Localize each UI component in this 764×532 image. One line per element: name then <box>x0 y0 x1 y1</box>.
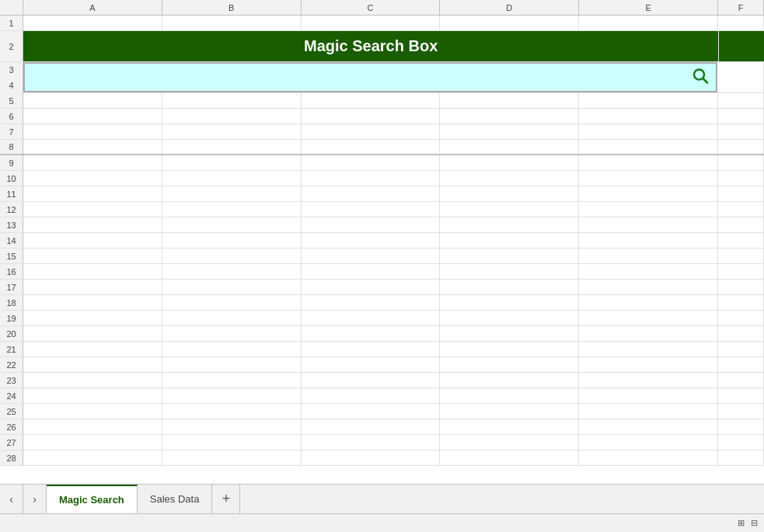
grid-cell[interactable] <box>162 342 302 356</box>
grid-cell[interactable] <box>579 217 718 232</box>
grid-cell[interactable] <box>440 404 579 419</box>
grid-cell[interactable] <box>162 295 302 310</box>
grid-cell[interactable] <box>23 217 162 232</box>
grid-cell[interactable] <box>302 357 441 372</box>
grid-cell[interactable] <box>162 249 302 263</box>
grid-cell[interactable] <box>440 326 579 341</box>
tab-prev-button[interactable]: ‹ <box>0 485 23 513</box>
grid-cell[interactable] <box>440 295 579 310</box>
grid-cell[interactable] <box>302 155 441 170</box>
grid-cell[interactable] <box>23 93 162 108</box>
grid-cell[interactable] <box>579 16 718 30</box>
grid-cell[interactable] <box>440 311 579 325</box>
grid-cell[interactable] <box>23 419 162 434</box>
grid-cell[interactable] <box>440 435 579 450</box>
grid-cell[interactable] <box>718 342 764 356</box>
grid-cell[interactable] <box>302 342 441 356</box>
grid-cell[interactable] <box>162 16 302 30</box>
grid-cell[interactable] <box>718 202 764 217</box>
grid-cell[interactable] <box>23 388 162 403</box>
grid-cell[interactable] <box>718 404 764 419</box>
search-icon[interactable] <box>691 66 710 89</box>
grid-cell[interactable] <box>718 186 764 201</box>
grid-cell[interactable] <box>23 357 162 372</box>
grid-cell[interactable] <box>579 404 718 419</box>
grid-cell[interactable] <box>579 435 718 450</box>
grid-cell[interactable] <box>23 202 162 217</box>
grid-cell[interactable] <box>162 326 302 341</box>
grid-cell[interactable] <box>440 16 579 30</box>
grid-cell[interactable] <box>579 280 718 294</box>
grid-cell[interactable] <box>162 202 302 217</box>
grid-cell[interactable] <box>302 124 441 139</box>
grid-cell[interactable] <box>23 280 162 294</box>
grid-cell[interactable] <box>23 404 162 419</box>
grid-cell[interactable] <box>302 16 441 30</box>
grid-cell[interactable] <box>302 311 441 325</box>
tab-sales-data[interactable]: Sales Data <box>138 485 213 513</box>
grid-cell[interactable] <box>440 233 579 248</box>
grid-cell[interactable] <box>23 435 162 450</box>
grid-cell[interactable] <box>718 264 764 279</box>
search-input[interactable] <box>25 64 716 91</box>
grid-cell[interactable] <box>440 388 579 403</box>
grid-cell[interactable] <box>718 140 764 154</box>
grid-cell[interactable] <box>162 186 302 201</box>
grid-cell[interactable] <box>718 357 764 372</box>
grid-cell[interactable] <box>718 419 764 434</box>
grid-cell[interactable] <box>718 249 764 263</box>
grid-cell[interactable] <box>718 450 764 465</box>
grid-cell[interactable] <box>718 233 764 248</box>
grid-cell[interactable] <box>579 93 718 108</box>
grid-cell[interactable] <box>440 357 579 372</box>
tab-next-button[interactable]: › <box>23 485 47 513</box>
grid-cell[interactable] <box>440 217 579 232</box>
grid-cell[interactable] <box>302 233 441 248</box>
grid-cell[interactable] <box>162 435 302 450</box>
grid-cell[interactable] <box>23 233 162 248</box>
grid-cell[interactable] <box>440 124 579 139</box>
grid-cell[interactable] <box>579 171 718 186</box>
grid-cell[interactable] <box>162 233 302 248</box>
grid-cell[interactable] <box>718 326 764 341</box>
grid-cell[interactable] <box>718 295 764 310</box>
grid-cell[interactable] <box>440 450 579 465</box>
grid-cell[interactable] <box>162 109 302 123</box>
grid-cell[interactable] <box>23 155 162 170</box>
grid-cell[interactable] <box>23 326 162 341</box>
grid-cell[interactable] <box>302 404 441 419</box>
grid-cell[interactable] <box>23 311 162 325</box>
grid-cell[interactable] <box>579 450 718 465</box>
grid-cell[interactable] <box>579 202 718 217</box>
tab-add-button[interactable]: + <box>212 485 240 513</box>
grid-cell[interactable] <box>302 93 441 108</box>
grid-cell[interactable] <box>579 388 718 403</box>
grid-cell[interactable] <box>162 373 302 388</box>
grid-cell[interactable] <box>440 249 579 263</box>
grid-cell[interactable] <box>162 140 302 154</box>
grid-cell[interactable] <box>440 186 579 201</box>
grid-cell[interactable] <box>302 202 441 217</box>
grid-cell[interactable] <box>718 217 764 232</box>
grid-cell[interactable] <box>440 373 579 388</box>
grid-cell[interactable] <box>579 342 718 356</box>
grid-cell[interactable] <box>579 155 718 170</box>
grid-cell[interactable] <box>302 264 441 279</box>
grid-cell[interactable] <box>718 171 764 186</box>
grid-cell[interactable] <box>579 124 718 139</box>
grid-cell[interactable] <box>162 280 302 294</box>
grid-cell[interactable] <box>718 280 764 294</box>
tab-magic-search[interactable]: Magic Search <box>47 485 138 513</box>
grid-cell[interactable] <box>718 435 764 450</box>
grid-cell[interactable] <box>302 186 441 201</box>
grid-cell[interactable] <box>23 295 162 310</box>
grid-cell[interactable] <box>440 280 579 294</box>
grid-cell[interactable] <box>302 249 441 263</box>
grid-cell[interactable] <box>23 373 162 388</box>
grid-cell[interactable] <box>440 264 579 279</box>
grid-cell[interactable] <box>579 140 718 154</box>
grid-cell[interactable] <box>718 388 764 403</box>
grid-cell[interactable] <box>302 373 441 388</box>
grid-cell[interactable] <box>440 202 579 217</box>
grid-cell[interactable] <box>718 93 764 108</box>
